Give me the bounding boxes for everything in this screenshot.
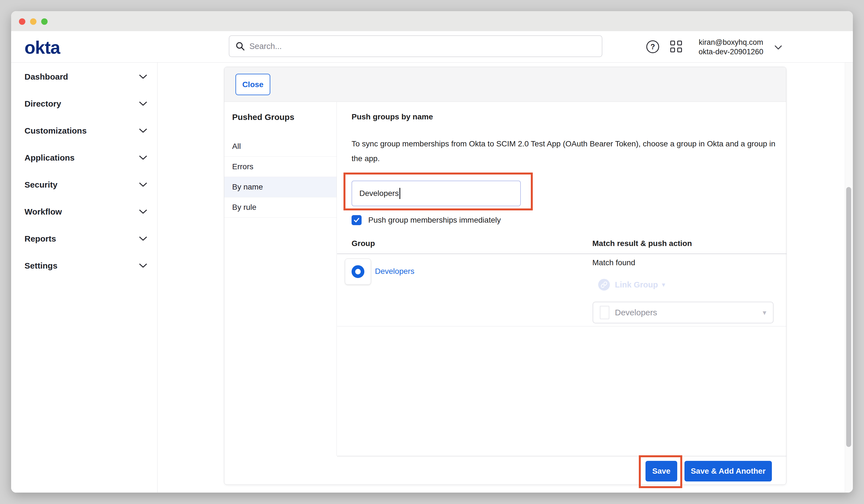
search-box[interactable] — [229, 35, 602, 57]
app-group-selected-value: Developers — [615, 308, 763, 317]
sidebar-item-settings[interactable]: Settings — [11, 252, 157, 279]
chevron-down-icon — [139, 209, 147, 214]
column-header-match: Match result & push action — [592, 239, 692, 248]
nav-tab-errors[interactable]: Errors — [224, 157, 337, 177]
text-cursor — [399, 188, 400, 199]
search-icon — [236, 41, 245, 51]
window-zoom-icon[interactable] — [41, 19, 48, 25]
apps-grid-icon[interactable] — [670, 41, 684, 53]
group-name-input[interactable]: Developers — [351, 181, 521, 206]
caret-down-icon: ▾ — [763, 308, 766, 317]
nav-tab-by-rule[interactable]: By rule — [224, 197, 337, 218]
form-description: To sync group memberships from Okta to S… — [351, 136, 778, 166]
org-name: okta-dev-20901260 — [689, 47, 773, 57]
group-name-value: Developers — [359, 189, 399, 198]
sidebar-item-reports[interactable]: Reports — [11, 225, 157, 252]
link-group-label: Link Group — [615, 280, 658, 289]
scrollbar-thumb[interactable] — [846, 187, 851, 447]
chevron-down-icon — [139, 155, 147, 160]
app-window: okta ? kiran@boxyhq.com okta-dev-2090126… — [11, 11, 853, 493]
column-header-group: Group — [351, 239, 375, 248]
chevron-down-icon — [139, 182, 147, 187]
nav-tab-all[interactable]: All — [224, 136, 337, 157]
window-titlebar — [11, 11, 853, 31]
push-immediately-checkbox[interactable] — [351, 215, 362, 225]
help-icon[interactable]: ? — [646, 40, 659, 53]
close-button[interactable]: Close — [236, 74, 270, 95]
group-icon-card — [345, 259, 371, 285]
push-immediately-label: Push group memberships immediately — [368, 216, 501, 225]
chevron-down-icon — [139, 101, 147, 106]
chevron-down-icon — [139, 236, 147, 241]
chevron-down-icon — [139, 74, 147, 79]
sidebar-item-customizations[interactable]: Customizations — [11, 117, 157, 144]
save-button[interactable]: Save — [646, 461, 677, 481]
sidebar-item-applications[interactable]: Applications — [11, 144, 157, 171]
okta-logo: okta — [24, 37, 60, 58]
chevron-down-icon — [139, 263, 147, 268]
form-footer: Save Save & Add Another — [337, 456, 787, 485]
window-close-icon[interactable] — [19, 19, 25, 25]
form-title: Push groups by name — [351, 112, 433, 121]
push-group-form: Push groups by name To sync group member… — [337, 102, 787, 485]
sidebar-item-directory[interactable]: Directory — [11, 90, 157, 117]
table-header-divider — [337, 253, 787, 254]
sidebar-item-security[interactable]: Security — [11, 171, 157, 198]
table-row-divider — [337, 326, 787, 326]
group-ring-icon — [351, 265, 364, 278]
check-icon — [353, 217, 360, 224]
app-group-select[interactable]: Developers ▾ — [592, 302, 773, 323]
search-input[interactable] — [249, 42, 596, 51]
pushed-groups-title: Pushed Groups — [224, 102, 337, 122]
link-icon — [598, 279, 610, 290]
chevron-down-icon[interactable] — [775, 45, 782, 50]
user-account-menu[interactable]: kiran@boxyhq.com okta-dev-20901260 — [689, 38, 773, 57]
top-header: okta ? kiran@boxyhq.com okta-dev-2090126… — [11, 31, 853, 63]
user-email: kiran@boxyhq.com — [689, 38, 773, 47]
pushed-groups-nav: Pushed Groups All Errors By name By rule — [224, 102, 337, 456]
window-minimize-icon[interactable] — [30, 19, 36, 25]
group-name-link[interactable]: Developers — [375, 267, 415, 276]
sidebar: Dashboard Directory Customizations Appli… — [11, 63, 158, 493]
app-group-icon — [600, 306, 609, 319]
sidebar-item-dashboard[interactable]: Dashboard — [11, 63, 157, 90]
push-groups-panel: Close Pushed Groups All Errors By name B… — [224, 67, 786, 485]
save-add-another-button[interactable]: Save & Add Another — [684, 461, 772, 481]
panel-toolbar: Close — [224, 67, 786, 102]
match-result-text: Match found — [592, 258, 635, 267]
caret-down-icon: ▾ — [662, 281, 665, 289]
nav-tab-by-name[interactable]: By name — [224, 177, 337, 197]
chevron-down-icon — [139, 128, 147, 133]
sidebar-item-workflow[interactable]: Workflow — [11, 198, 157, 225]
link-group-dropdown[interactable]: Link Group ▾ — [598, 279, 665, 290]
